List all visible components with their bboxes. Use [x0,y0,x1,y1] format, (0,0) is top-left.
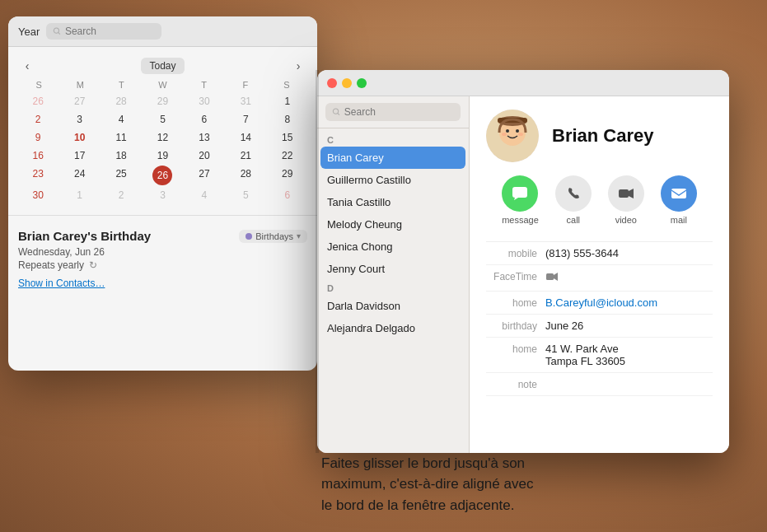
cal-day[interactable]: 7 [226,111,265,128]
section-letter-d: D [317,280,469,295]
window-close-button[interactable] [327,78,337,88]
contacts-titlebar [317,70,729,96]
cal-day[interactable]: 1 [268,93,307,110]
cal-day[interactable]: 27 [185,166,224,185]
cal-day[interactable]: 30 [185,93,224,110]
cal-day[interactable]: 30 [18,187,58,203]
contact-item-alejandra-delgado[interactable]: Alejandra Delgado [317,317,469,339]
call-label: call [567,215,581,225]
section-letter-c: C [317,132,469,147]
contact-item-guillermo-castillo[interactable]: Guillermo Castillo [317,169,469,191]
svg-point-2 [333,109,338,114]
cal-day[interactable]: 28 [226,166,265,185]
calendar-search-input[interactable] [65,26,155,37]
cal-day[interactable]: 15 [268,129,307,146]
facetime-icon [545,270,559,283]
svg-point-0 [54,28,59,33]
cal-day[interactable]: 29 [143,93,182,110]
cal-day[interactable]: 5 [143,111,182,128]
message-label: message [502,215,539,225]
cal-day[interactable]: 20 [185,147,224,164]
cal-day[interactable]: 16 [18,147,58,164]
contact-item-melody-cheung[interactable]: Melody Cheung [317,213,469,236]
info-row-facetime: FaceTime [486,265,713,292]
cal-day[interactable]: 29 [268,166,307,185]
video-label: video [615,215,637,225]
contacts-body: C Brian Carey Guillermo Castillo Tania C… [317,96,729,453]
contacts-search-icon [332,107,341,117]
video-icon [608,175,644,212]
calendar-search-bar[interactable] [46,23,161,40]
cal-day[interactable]: 13 [185,129,224,146]
show-in-contacts-link[interactable]: Show in Contacts… [18,278,105,289]
prev-month-button[interactable]: ‹ [18,57,36,75]
svg-rect-16 [546,273,554,280]
repeat-icon: ↻ [89,259,97,271]
cal-day[interactable]: 8 [268,111,307,128]
cal-day[interactable]: 25 [101,166,141,185]
svg-rect-13 [619,189,629,198]
window-maximize-button[interactable] [357,78,367,88]
cal-day[interactable]: 12 [143,129,182,146]
contact-item-jenny-court[interactable]: Jenny Court [317,258,469,280]
video-action-button[interactable]: video [608,175,644,225]
calendar-view-button[interactable]: Year [18,26,40,38]
cal-day[interactable]: 1 [59,187,99,203]
event-title-row: Brian Carey's Birthday Birthdays ▾ [18,229,307,243]
contact-item-tania-castillo[interactable]: Tania Castillo [317,191,469,213]
cal-day[interactable]: 11 [101,129,141,146]
call-action-button[interactable]: call [555,175,592,225]
cal-day[interactable]: 23 [18,166,58,185]
contact-header: Brian Carey [486,110,713,162]
cal-day[interactable]: 3 [59,111,99,128]
cal-day[interactable]: 4 [185,187,224,203]
cal-day-today[interactable]: 26 [152,166,172,185]
cal-day[interactable]: 21 [226,147,265,164]
next-month-button[interactable]: › [289,57,307,75]
contact-item-brian-carey[interactable]: Brian Carey [320,147,465,169]
today-button[interactable]: Today [141,58,184,74]
window-minimize-button[interactable] [342,78,352,88]
cal-day[interactable]: 26 [18,93,58,110]
cal-day[interactable]: 6 [268,187,307,203]
caption-area: Faites glisser le bord jusqu'à son maxim… [321,453,733,516]
cal-day[interactable]: 2 [101,187,141,203]
cal-day[interactable]: 27 [59,93,99,110]
contacts-search-inner[interactable] [325,103,461,121]
event-name: Brian Carey's Birthday [18,229,151,243]
calendar-grid-area: ‹ Today › S M T W T F S 26 27 28 29 30 3… [8,47,317,208]
month-header: ‹ Today › [18,52,307,80]
cal-day[interactable]: 19 [143,147,182,164]
cal-day[interactable]: 28 [101,93,141,110]
mail-action-button[interactable]: mail [661,175,697,225]
svg-rect-12 [512,187,527,198]
info-value-home-email[interactable]: B.Careyful@icloud.com [545,296,713,309]
cal-day[interactable]: 9 [18,129,58,146]
message-action-button[interactable]: message [502,175,539,225]
resize-handle[interactable] [316,70,319,453]
cal-day[interactable]: 10 [59,129,99,146]
calendar-grid: S M T W T F S 26 27 28 29 30 31 1 2 3 4 [18,80,307,203]
contact-info-table: mobile (813) 555-3644 FaceTime home B.Ca… [486,241,713,396]
svg-point-9 [516,129,519,133]
cal-day[interactable]: 14 [226,129,265,146]
cal-day[interactable]: 22 [268,147,307,164]
contacts-list: C Brian Carey Guillermo Castillo Tania C… [317,128,469,453]
info-label-mobile: mobile [486,247,545,259]
contacts-search-input[interactable] [344,106,454,118]
cal-day[interactable]: 6 [185,111,224,128]
cal-day[interactable]: 4 [101,111,141,128]
contact-item-darla-davidson[interactable]: Darla Davidson [317,295,469,317]
cal-day[interactable]: 5 [226,187,265,203]
contact-item-jenica-chong[interactable]: Jenica Chong [317,236,469,258]
cal-day[interactable]: 17 [59,147,99,164]
calendar-badge: Birthdays ▾ [239,230,307,243]
calendar-window: Year ‹ Today › S M T W T F S [8,16,317,371]
cal-day[interactable]: 3 [143,187,182,203]
cal-day[interactable]: 18 [101,147,141,164]
info-label-note: note [486,378,545,390]
cal-day[interactable]: 2 [18,111,58,128]
cal-day[interactable]: 31 [226,93,265,110]
cal-day[interactable]: 24 [59,166,99,185]
caption-text: Faites glisser le bord jusqu'à son maxim… [321,453,733,516]
